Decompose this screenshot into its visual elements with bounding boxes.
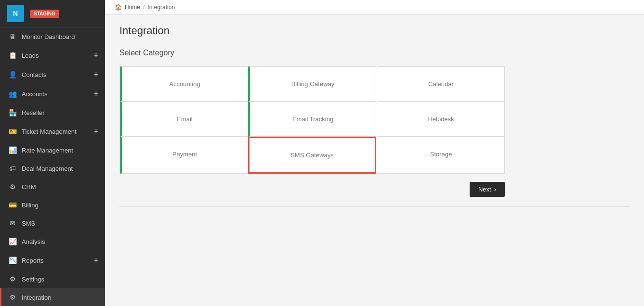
nav-item-left: ⚙ Settings xyxy=(8,275,44,283)
content-area: Integration Select Category AccountingBi… xyxy=(105,15,644,306)
nav-label-integration: Integration xyxy=(22,294,51,301)
nav-item-left: ⚙ Integration xyxy=(8,293,51,301)
sidebar-item-reports[interactable]: 📉 Reports + xyxy=(0,251,105,270)
sidebar-nav: 🖥 Monitor Dashboard 📋 Leads + 👤 Contacts… xyxy=(0,27,105,306)
sidebar-item-analysis[interactable]: 📈 Analysis xyxy=(0,232,105,251)
category-cell-calendar[interactable]: Calendar xyxy=(376,66,504,102)
nav-plus-contacts[interactable]: + xyxy=(94,70,98,79)
sidebar-item-ticket-management[interactable]: 🎫 Ticket Management + xyxy=(0,122,105,141)
nav-label-billing: Billing xyxy=(22,202,39,209)
nav-label-contacts: Contacts xyxy=(22,71,46,78)
nav-item-left: 🏪 Reseller xyxy=(8,109,45,116)
sidebar-item-rate-management[interactable]: 📊 Rate Management xyxy=(0,141,105,159)
nav-plus-leads[interactable]: + xyxy=(94,51,98,60)
home-icon: 🏠 xyxy=(115,4,122,11)
nav-item-left: 📋 Leads xyxy=(8,51,39,59)
nav-plus-ticket-management[interactable]: + xyxy=(94,127,98,136)
category-cell-email[interactable]: Email xyxy=(120,102,248,137)
category-cell-accounting[interactable]: Accounting xyxy=(120,66,248,102)
sidebar-item-reseller[interactable]: 🏪 Reseller xyxy=(0,103,105,122)
nav-plus-reports[interactable]: + xyxy=(94,256,98,265)
nav-icon-leads: 📋 xyxy=(8,51,17,59)
category-cell-billing-gateway[interactable]: Billing Gateway xyxy=(248,66,376,102)
nav-item-left: 📊 Rate Management xyxy=(8,146,73,154)
nav-label-leads: Leads xyxy=(22,52,39,59)
nav-item-left: 👥 Accounts xyxy=(8,90,47,98)
sidebar: N STAGING 🖥 Monitor Dashboard 📋 Leads + … xyxy=(0,0,105,306)
sidebar-item-billing[interactable]: 💳 Billing xyxy=(0,196,105,214)
next-button[interactable]: Next › xyxy=(470,182,505,197)
category-cell-email-tracking[interactable]: Email Tracking xyxy=(248,102,376,137)
nav-label-ticket-management: Ticket Management xyxy=(22,128,77,135)
nav-icon-reports: 📉 xyxy=(8,256,17,264)
logo-icon: N xyxy=(7,5,24,22)
nav-icon-sms: ✉ xyxy=(8,219,17,227)
sidebar-item-deal-management[interactable]: 🏷 Deal Management xyxy=(0,159,105,178)
topbar: 🏠 Home / Integration xyxy=(105,0,644,15)
nav-item-left: ✉ SMS xyxy=(8,219,35,227)
breadcrumb-separator: / xyxy=(143,4,145,11)
nav-item-left: 📉 Reports xyxy=(8,256,44,264)
nav-icon-deal-management: 🏷 xyxy=(8,165,17,172)
category-grid: AccountingBilling GatewayCalendarEmailEm… xyxy=(119,66,505,174)
page-title: Integration xyxy=(119,25,630,37)
nav-item-left: 🎫 Ticket Management xyxy=(8,128,77,135)
nav-icon-contacts: 👤 xyxy=(8,71,17,78)
nav-plus-accounts[interactable]: + xyxy=(94,89,98,98)
nav-label-settings: Settings xyxy=(22,276,44,283)
breadcrumb-current: Integration xyxy=(147,4,175,11)
next-label: Next xyxy=(478,186,491,193)
nav-label-crm: CRM xyxy=(22,183,36,191)
nav-icon-accounts: 👥 xyxy=(8,90,17,98)
sidebar-item-integration[interactable]: ⚙ Integration xyxy=(0,288,105,306)
staging-badge: STAGING xyxy=(30,10,59,18)
nav-icon-ticket-management: 🎫 xyxy=(8,128,17,135)
nav-icon-monitor-dashboard: 🖥 xyxy=(8,33,17,40)
next-btn-container: Next › xyxy=(119,182,505,197)
nav-item-left: 🖥 Monitor Dashboard xyxy=(8,33,75,40)
nav-icon-reseller: 🏪 xyxy=(8,109,17,116)
nav-label-reseller: Reseller xyxy=(22,109,45,116)
nav-item-left: 🏷 Deal Management xyxy=(8,165,73,172)
nav-label-deal-management: Deal Management xyxy=(22,165,73,172)
nav-item-left: 📈 Analysis xyxy=(8,238,45,245)
category-cell-storage[interactable]: Storage xyxy=(376,137,504,174)
sidebar-item-monitor-dashboard[interactable]: 🖥 Monitor Dashboard xyxy=(0,27,105,46)
nav-label-analysis: Analysis xyxy=(22,238,45,245)
sidebar-item-accounts[interactable]: 👥 Accounts + xyxy=(0,84,105,103)
nav-label-monitor-dashboard: Monitor Dashboard xyxy=(22,33,75,40)
breadcrumb-home[interactable]: Home xyxy=(125,4,140,11)
main-content: 🏠 Home / Integration Integration Select … xyxy=(105,0,644,306)
sidebar-item-contacts[interactable]: 👤 Contacts + xyxy=(0,65,105,84)
nav-icon-rate-management: 📊 xyxy=(8,146,17,154)
nav-label-reports: Reports xyxy=(22,257,44,264)
category-cell-sms-gateways[interactable]: SMS Gateways xyxy=(248,137,376,174)
nav-item-left: 👤 Contacts xyxy=(8,71,46,78)
nav-icon-analysis: 📈 xyxy=(8,238,17,245)
nav-icon-integration: ⚙ xyxy=(8,293,17,301)
category-cell-helpdesk[interactable]: Helpdesk xyxy=(376,102,504,137)
sidebar-item-settings[interactable]: ⚙ Settings xyxy=(0,270,105,288)
category-cell-payment[interactable]: Payment xyxy=(120,137,248,174)
sidebar-item-crm[interactable]: ⚙ CRM xyxy=(0,178,105,196)
sidebar-item-leads[interactable]: 📋 Leads + xyxy=(0,46,105,65)
next-arrow-icon: › xyxy=(494,186,496,193)
sidebar-item-sms[interactable]: ✉ SMS xyxy=(0,214,105,232)
nav-icon-settings: ⚙ xyxy=(8,275,17,283)
nav-label-sms: SMS xyxy=(22,220,35,227)
nav-item-left: ⚙ CRM xyxy=(8,183,36,191)
nav-label-accounts: Accounts xyxy=(22,90,47,98)
nav-item-left: 💳 Billing xyxy=(8,201,39,209)
nav-label-rate-management: Rate Management xyxy=(22,147,73,154)
nav-icon-billing: 💳 xyxy=(8,201,17,209)
section-title: Select Category xyxy=(119,49,630,57)
nav-icon-crm: ⚙ xyxy=(8,183,17,191)
content-divider xyxy=(119,206,630,207)
sidebar-logo: N STAGING xyxy=(0,0,105,27)
